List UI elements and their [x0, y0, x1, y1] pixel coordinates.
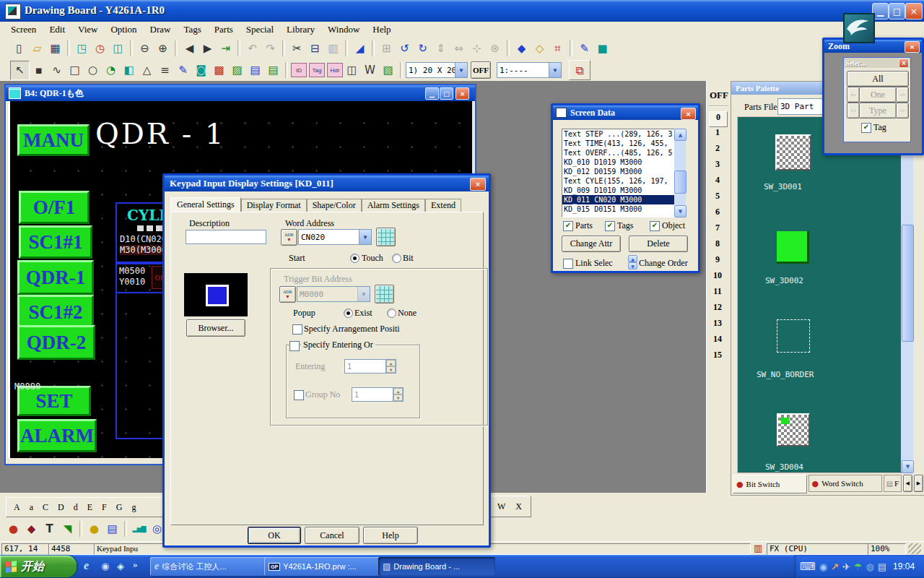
strip-number-4[interactable]: 4: [709, 175, 726, 189]
polyline-icon[interactable]: ∿: [48, 61, 66, 79]
arrow-part-icon[interactable]: ◥: [58, 520, 77, 538]
next-screen-icon[interactable]: ▶: [199, 40, 217, 58]
child-minimize-button[interactable]: ▁: [425, 87, 439, 100]
strip-number-11[interactable]: 11: [709, 286, 726, 301]
menu-library[interactable]: Library: [280, 22, 321, 37]
grid-snap-icon[interactable]: ⊞: [378, 40, 396, 58]
type-left-button[interactable]: <-: [847, 103, 860, 118]
zoom-out-icon[interactable]: ⊖: [136, 40, 154, 58]
change-order-spinner[interactable]: ▲ ▼: [628, 255, 637, 269]
layers-icon[interactable]: ▤: [878, 561, 886, 572]
strip-number-7[interactable]: 7: [709, 223, 726, 237]
hmi-button-manu[interactable]: MANU: [17, 124, 90, 156]
drawing-window-titlebar[interactable]: B4: QDR-1も色 ▁ □ ×: [6, 85, 475, 101]
overlap-icon[interactable]: ◙: [192, 61, 210, 79]
select-arrow-icon[interactable]: ↖: [10, 61, 30, 80]
text-part-icon[interactable]: T: [40, 520, 58, 538]
layer-order-icon[interactable]: ⧉: [569, 60, 590, 80]
scroll-icon[interactable]: ◉: [819, 561, 827, 572]
tab-alarm-settings[interactable]: Alarm Settings: [362, 199, 425, 213]
tab-bit-switch[interactable]: ● Bit Switch: [733, 475, 807, 493]
parts-checkbox[interactable]: ✔: [563, 221, 573, 231]
menu-screen[interactable]: Screen: [4, 22, 43, 37]
jump-screen-icon[interactable]: ⇥: [217, 40, 235, 58]
list-item[interactable]: Text STEP ...(289, 126, 3: [562, 129, 675, 139]
part-sw3d001[interactable]: [775, 134, 811, 171]
list-item[interactable]: KD_015 D0151 M3000: [562, 204, 675, 214]
menu-window[interactable]: Window: [321, 22, 366, 37]
adr-button[interactable]: ADR▼: [281, 229, 297, 246]
strip-number-13[interactable]: 13: [709, 318, 726, 332]
browser-button[interactable]: Browser...: [186, 319, 245, 337]
save-icon[interactable]: ▦: [46, 40, 64, 58]
strip-number-2[interactable]: 2: [709, 143, 726, 158]
description-input[interactable]: [186, 230, 266, 244]
one-right-button[interactable]: ->: [896, 87, 909, 103]
strip-number-10[interactable]: 10: [709, 270, 726, 285]
child-close-button[interactable]: ×: [456, 87, 469, 100]
menu-draw[interactable]: Draw: [144, 22, 178, 37]
letter-g[interactable]: g: [131, 502, 136, 513]
task-gp-project[interactable]: GP Y4261A-1RO.prw :...: [264, 557, 381, 576]
redo-icon[interactable]: ↷: [261, 40, 279, 58]
hmi-button-qdr-2[interactable]: QDR-2: [17, 325, 95, 360]
list-item[interactable]: Text OVERF...(485, 126, 5: [562, 148, 675, 158]
filled-box-icon[interactable]: ■: [593, 40, 611, 58]
enlarge-icon[interactable]: ⊛: [486, 40, 504, 58]
strip-number-8[interactable]: 8: [709, 238, 726, 253]
ok-button[interactable]: OK: [248, 527, 301, 544]
circle-icon[interactable]: ○: [84, 61, 102, 79]
hmi-button-sc1-1[interactable]: SC1#1: [19, 225, 92, 259]
keypad-dialog-titlebar[interactable]: Keypad Input Display Settings [KD_011] ×: [165, 176, 489, 191]
paste-icon[interactable]: ▥: [324, 40, 342, 58]
position-icon[interactable]: ⌗: [549, 40, 567, 58]
touch-radio[interactable]: [350, 254, 359, 263]
copy-icon[interactable]: ⊟: [306, 40, 324, 58]
alarm-clock-icon[interactable]: ◷: [91, 40, 109, 58]
image2-icon[interactable]: ▧: [379, 61, 397, 79]
scroll-down-icon[interactable]: ▼: [902, 460, 914, 473]
tab-scroll-right[interactable]: ▶: [914, 475, 923, 492]
screen-data-close-button[interactable]: ×: [681, 108, 696, 120]
tags-checkbox[interactable]: ✔: [605, 221, 615, 231]
list-item[interactable]: KD_009 D1010 M3000: [562, 186, 675, 195]
strip-number-15[interactable]: 15: [709, 350, 726, 364]
hmi-button-sc1-2[interactable]: SC1#2: [17, 295, 94, 329]
calculator-button[interactable]: [376, 228, 396, 246]
trigger-calculator-button[interactable]: [375, 285, 394, 303]
screen-select-combo[interactable]: 1:---- ▼: [497, 62, 562, 78]
spin-down-icon[interactable]: ▼: [628, 262, 637, 269]
letter-X[interactable]: X: [515, 501, 522, 512]
strip-number-0[interactable]: 0: [709, 111, 728, 127]
quicklaunch-messenger-icon[interactable]: ◈: [117, 561, 124, 571]
menu-help[interactable]: Help: [366, 22, 397, 37]
rectangle-icon[interactable]: □: [66, 61, 84, 79]
send-to-back-icon[interactable]: ◇: [531, 40, 549, 58]
grid-size-combo[interactable]: 1) 20 X 20 ▼: [406, 62, 468, 78]
mirror-vertical-icon[interactable]: ⇕: [432, 40, 450, 58]
letter-d[interactable]: d: [74, 502, 78, 513]
umbrella-icon[interactable]: ☂: [854, 561, 863, 572]
hmi-button-qdr-1[interactable]: QDR-1: [17, 260, 94, 295]
library-part-icon[interactable]: ▤: [103, 520, 121, 538]
task-drawing-board[interactable]: ▨ Drawing Board - ...: [378, 557, 495, 576]
rotate-ccw-icon[interactable]: ↺: [396, 40, 414, 58]
scrollbar-thumb[interactable]: [674, 171, 687, 194]
strip-number-9[interactable]: 9: [709, 254, 726, 269]
tab-word-switch[interactable]: ● Word Switch: [808, 475, 883, 492]
part-sw-no-border[interactable]: [777, 319, 810, 353]
prev-screen-icon[interactable]: ◀: [180, 40, 199, 58]
bring-to-front-icon[interactable]: ◆: [513, 40, 531, 58]
id-display-icon[interactable]: ID: [291, 63, 307, 77]
screen-data-scrollbar[interactable]: ▲ ▼: [674, 129, 686, 216]
list-item[interactable]: Text TIME(413, 126, 455,: [562, 139, 675, 148]
letter-G[interactable]: G: [116, 502, 123, 513]
entering-group-checkbox[interactable]: [289, 341, 300, 351]
change-attr-button[interactable]: Change Attr: [562, 236, 621, 252]
letter-A[interactable]: A: [14, 502, 20, 513]
w-display-icon[interactable]: W: [361, 61, 379, 79]
keyboard-icon[interactable]: ⌨: [800, 560, 816, 573]
one-left-button[interactable]: <-: [847, 87, 860, 103]
part-sw3d002[interactable]: [777, 231, 809, 264]
word-address-combo[interactable]: CN020 ▼: [298, 229, 372, 245]
